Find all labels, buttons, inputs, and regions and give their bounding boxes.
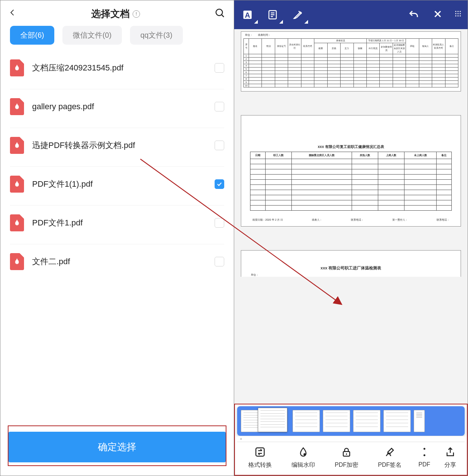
thumbnail-1-overlay[interactable] (258, 408, 287, 432)
svg-point-16 (455, 15, 456, 16)
page3-title: xxx 有限公司职工进厂体温检测表 (250, 265, 452, 271)
file-name: gallery pages.pdf (32, 102, 206, 111)
file-row[interactable]: PDF文件1(1).pdf (10, 167, 224, 206)
file-checkbox[interactable] (215, 218, 224, 228)
page2-table: 日期职工人数接触重点疫区人员人数发热人数上岗人数未上岗人数备注 (250, 152, 452, 211)
page1-table: 序号姓名性别身份证号所在村居社区联系方式身体状况节假日期间及 1 月 21 日～… (243, 38, 458, 87)
convert-icon (254, 446, 266, 458)
filter-tab-0[interactable]: 全部(6) (10, 26, 54, 45)
svg-point-20 (304, 453, 305, 455)
toolbar-share-up[interactable]: 分享 (437, 446, 463, 469)
svg-point-17 (457, 15, 458, 16)
thumbnail-3[interactable] (323, 410, 350, 432)
text-tool-icon[interactable]: A (239, 7, 256, 23)
lock-icon (340, 446, 353, 458)
file-row[interactable]: PDF文件1.pdf (10, 206, 224, 244)
search-icon[interactable] (215, 8, 226, 20)
page2-footer-date: 填报日期：2020 年 2 月 日 (252, 218, 283, 222)
thumbnail-6[interactable] (414, 410, 425, 432)
file-checkbox[interactable] (215, 257, 224, 266)
file-checkbox[interactable] (215, 102, 224, 111)
toolbar-convert[interactable]: 格式转换 (239, 446, 282, 469)
file-name: 迅捷PDF转换器示例文档.pdf (32, 140, 206, 151)
svg-line-1 (222, 14, 224, 17)
page2-footer-phone1: 联系电话： (351, 218, 364, 222)
svg-point-24 (423, 454, 425, 456)
thumbnail-4[interactable] (353, 410, 380, 432)
toolbar-watermark-drop[interactable]: 编辑水印 (282, 446, 325, 469)
file-row[interactable]: gallery pages.pdf (10, 89, 224, 128)
svg-point-23 (423, 448, 425, 450)
file-row[interactable]: 文件二.pdf (10, 244, 224, 283)
pdf-page-3[interactable]: xxx 有限公司职工进厂体温检测表 单位： (241, 250, 461, 277)
toolbar-label: 分享 (444, 461, 456, 469)
pdf-file-icon (10, 176, 24, 193)
page2-footer-filler: 填表人： (312, 218, 322, 222)
toolbar-label: PDF签名 (378, 461, 402, 469)
svg-point-12 (460, 11, 461, 12)
page2-title: xxx 有限公司复工前职工健康情况汇总表 (250, 144, 452, 152)
svg-point-13 (455, 13, 456, 14)
signature-pen-icon (383, 446, 396, 458)
file-name: PDF文件1(1).pdf (32, 179, 206, 190)
page3-unit-label: 单位： (250, 271, 452, 277)
pdf-file-icon (10, 253, 24, 270)
info-icon[interactable]: ! (133, 10, 140, 18)
file-row[interactable]: 文档压缩2409231545.pdf (10, 51, 224, 89)
toolbar-label: PDF加密 (335, 461, 358, 469)
page1-unit-label: 单位： (245, 33, 253, 37)
toolbar-signature-pen[interactable]: PDF签名 (368, 446, 411, 469)
file-row[interactable]: 迅捷PDF转换器示例文档.pdf (10, 128, 224, 167)
annotation-highlight-right: 4 格式转换 编辑水印 PDF加密 PDF签名 PDF 分享 (234, 404, 468, 476)
page-title: 选择文档 (91, 7, 130, 20)
pdf-file-icon (10, 214, 24, 231)
svg-text:A: A (245, 11, 250, 19)
back-button[interactable] (8, 7, 17, 21)
highlighter-icon[interactable] (290, 7, 306, 23)
more-grid-icon[interactable] (454, 9, 462, 20)
share-up-icon (444, 446, 457, 458)
svg-point-14 (457, 13, 458, 14)
svg-point-10 (455, 11, 456, 12)
toolbar-lock[interactable]: PDF加密 (325, 446, 368, 469)
confirm-button[interactable]: 确定选择 (8, 432, 226, 462)
pdf-file-icon (10, 98, 24, 115)
thumbnail-5[interactable] (383, 410, 411, 432)
toolbar-more-dots[interactable]: PDF (411, 446, 437, 469)
toolbar-label: 格式转换 (248, 461, 272, 469)
more-dots-icon (418, 446, 431, 458)
page1-time-label: 填表时间： (258, 33, 271, 37)
file-checkbox[interactable] (215, 141, 224, 150)
note-tool-icon[interactable] (264, 7, 281, 23)
file-checkbox[interactable] (215, 179, 224, 189)
filter-tab-1[interactable]: 微信文件(0) (62, 26, 122, 45)
pdf-file-icon (10, 137, 24, 154)
watermark-drop-icon (297, 446, 310, 458)
close-icon[interactable] (433, 8, 443, 22)
file-name: PDF文件1.pdf (32, 217, 206, 228)
thumbnail-strip[interactable] (237, 406, 465, 436)
svg-rect-19 (256, 448, 264, 456)
annotation-highlight-left: 确定选择 (8, 425, 226, 466)
pdf-page-2[interactable]: xxx 有限公司复工前职工健康情况汇总表 日期职工人数接触重点疫区人员人数发热人… (241, 115, 461, 227)
undo-icon[interactable] (406, 7, 422, 23)
filter-tab-2[interactable]: qq文件(3) (130, 26, 183, 45)
pdf-file-icon (10, 59, 24, 76)
file-checkbox[interactable] (215, 63, 224, 73)
svg-point-18 (460, 15, 461, 16)
thumbnail-2[interactable] (293, 410, 320, 432)
file-name: 文件二.pdf (32, 256, 206, 267)
svg-point-11 (457, 11, 458, 12)
toolbar-label: 编辑水印 (291, 461, 315, 469)
file-name: 文档压缩2409231545.pdf (32, 62, 206, 73)
page-indicator: 4 (237, 436, 465, 442)
pdf-page-1[interactable]: 单位： 填表时间： 序号姓名性别身份证号所在村居社区联系方式身体状况节假日期间及… (241, 31, 461, 92)
page2-footer-resp: 第一责任人： (392, 218, 408, 222)
svg-point-0 (216, 9, 223, 15)
page2-footer-phone2: 联系电话： (437, 218, 450, 222)
svg-point-15 (460, 13, 461, 14)
toolbar-label: PDF (419, 461, 430, 468)
